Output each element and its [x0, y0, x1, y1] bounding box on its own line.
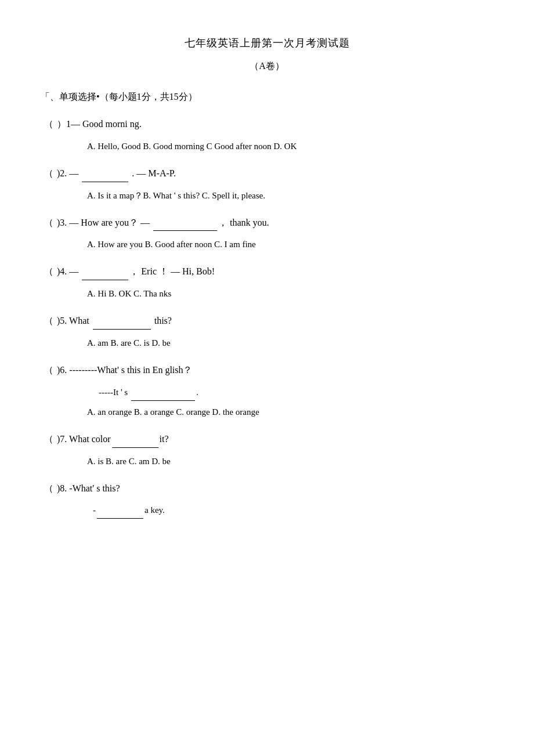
- q5-text: )5. What this?: [57, 313, 493, 330]
- q6-text: )6. ---------What' s this in En glish？: [57, 362, 493, 379]
- q8-text: )8. -What' s this?: [57, 480, 493, 497]
- q5-paren: （: [41, 313, 57, 328]
- q3-paren: （: [41, 215, 57, 230]
- section-header: 「、单项选择•（每小题1分，共15分）: [41, 89, 493, 104]
- question-5: （ )5. What this? A. am B. are C. is D. b…: [41, 313, 493, 352]
- question-3: （ )3. — How are you？ — ， thank you. A. H…: [41, 215, 493, 254]
- q3-options: A. How are you B. Good after noon C. I a…: [41, 236, 493, 253]
- q1-options: A. Hello, Good B. Good morning C Good af…: [41, 138, 493, 155]
- q5-options: A. am B. are C. is D. be: [41, 334, 493, 352]
- q6-paren: （: [41, 363, 57, 378]
- q4-paren: （: [41, 264, 57, 279]
- page-subtitle: （A卷）: [41, 59, 493, 74]
- q6-options: A. an orange B. a orange C. orange D. th…: [41, 403, 493, 421]
- question-2: （ )2. — . — M-A-P. A. Is it a map？B. Wha…: [41, 165, 493, 204]
- q8-sub-text: -a key.: [41, 501, 493, 519]
- q2-options: A. Is it a map？B. What ' s this? C. Spel…: [41, 187, 493, 204]
- page-title: 七年级英语上册第一次月考测试题: [41, 35, 493, 52]
- q6-sub-text: -----It ' s .: [41, 384, 493, 401]
- q7-options: A. is B. are C. am D. be: [41, 453, 493, 470]
- q2-paren: （: [41, 166, 57, 181]
- q7-paren: （: [41, 432, 57, 447]
- question-6: （ )6. ---------What' s this in En glish？…: [41, 362, 493, 421]
- question-1: （ ）1— Good morni ng. A. Hello, Good B. G…: [41, 116, 493, 155]
- q7-text: )7. What colorit?: [57, 431, 493, 448]
- q8-paren: （: [41, 481, 57, 496]
- question-7: （ )7. What colorit? A. is B. are C. am D…: [41, 431, 493, 470]
- q4-options: A. Hi B. OK C. Tha nks: [41, 285, 493, 302]
- question-4: （ )4. — ， Eric ！ — Hi, Bob! A. Hi B. OK …: [41, 263, 493, 302]
- q1-text: ）1— Good morni ng.: [57, 116, 493, 133]
- q3-text: )3. — How are you？ — ， thank you.: [57, 215, 493, 231]
- question-8: （ )8. -What' s this? -a key.: [41, 480, 493, 519]
- q4-text: )4. — ， Eric ！ — Hi, Bob!: [57, 263, 493, 280]
- q2-text: )2. — . — M-A-P.: [57, 165, 493, 182]
- q1-paren: （: [41, 117, 57, 132]
